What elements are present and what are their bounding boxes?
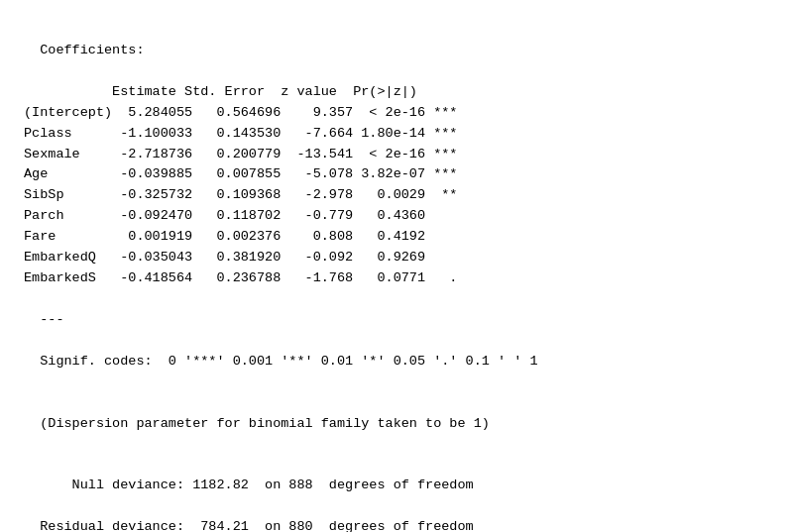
null-deviance-line: Null deviance: 1182.82 on 888 degrees of… xyxy=(24,455,769,496)
coefficient-rows: (Intercept) 5.284055 0.564696 9.357 < 2e… xyxy=(24,103,769,289)
residual-deviance: Residual deviance: 784.21 on 880 degrees… xyxy=(40,519,473,532)
table-row: Pclass -1.100033 0.143530 -7.664 1.80e-1… xyxy=(24,126,457,141)
null-deviance: Null deviance: 1182.82 on 888 degrees of… xyxy=(40,478,473,492)
table-row: EmbarkedQ -0.035043 0.381920 -0.092 0.92… xyxy=(24,250,457,265)
table-header: Estimate Std. Error z value Pr(>|z|) xyxy=(24,84,449,99)
residual-deviance-line: Residual deviance: 784.21 on 880 degrees… xyxy=(24,496,769,532)
separator: --- xyxy=(40,312,63,327)
table-row: SibSp -0.325732 0.109368 -2.978 0.0029 *… xyxy=(24,187,457,202)
table-row: EmbarkedS -0.418564 0.236788 -1.768 0.07… xyxy=(24,270,457,285)
separator-line: --- xyxy=(24,289,769,331)
blank-line-1 xyxy=(24,372,769,393)
table-row: Fare 0.001919 0.002376 0.808 0.4192 xyxy=(24,229,457,244)
dispersion-block: (Dispersion parameter for binomial famil… xyxy=(24,393,769,435)
dispersion-text: (Dispersion parameter for binomial famil… xyxy=(40,416,490,431)
blank-line-2 xyxy=(24,434,769,455)
table-row: (Intercept) 5.284055 0.564696 9.357 < 2e… xyxy=(24,105,457,120)
table-row: Parch -0.092470 0.118702 -0.779 0.4360 xyxy=(24,208,457,223)
coefficients-title: Coefficients: xyxy=(40,43,144,57)
coefficients-table: Estimate Std. Error z value Pr(>|z|) xyxy=(24,61,769,103)
signif-line: Signif. codes: 0 '***' 0.001 '**' 0.01 '… xyxy=(24,331,769,372)
table-row: Sexmale -2.718736 0.200779 -13.541 < 2e-… xyxy=(24,147,457,161)
r-output: Coefficients: xyxy=(24,20,769,61)
signif-codes: Signif. codes: 0 '***' 0.001 '**' 0.01 '… xyxy=(40,354,537,369)
table-row: Age -0.039885 0.007855 -5.078 3.82e-07 *… xyxy=(24,166,457,181)
